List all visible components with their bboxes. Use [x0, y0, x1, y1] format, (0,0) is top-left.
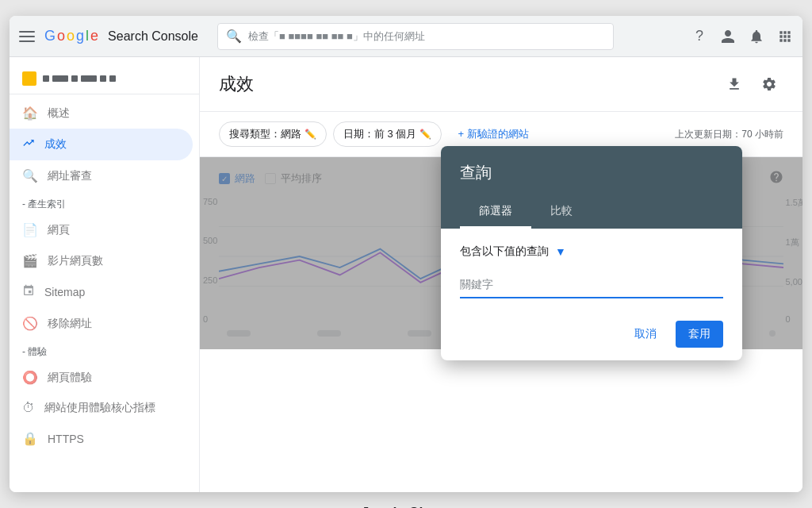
add-filter-button[interactable]: + 新驗證的網站 [448, 122, 538, 146]
sidebar-item-video-label: 影片網頁數 [48, 254, 103, 268]
section-index-label: - 產生索引 [10, 191, 199, 214]
sidebar-item-remove-url[interactable]: 🚫 移除網址 [10, 308, 199, 339]
download-icon[interactable] [720, 70, 749, 98]
help-icon[interactable]: ? [691, 29, 707, 44]
search-icon: 🔍 [226, 29, 242, 44]
sidebar-item-url-label: 網址審查 [48, 169, 92, 183]
apply-button[interactable]: 套用 [676, 321, 723, 348]
sidebar-item-https[interactable]: 🔒 HTTPS [10, 423, 199, 454]
sidebar-item-performance-label: 成效 [44, 137, 67, 152]
search-type-filter[interactable]: 搜尋類型：網路 ✏️ [219, 121, 327, 147]
search-type-label: 搜尋類型：網路 [229, 127, 301, 141]
add-filter-label: + 新驗證的網站 [458, 127, 528, 141]
pages-icon: 📄 [22, 222, 38, 237]
url-search-bar[interactable]: 🔍 檢查「■ ■■■■ ■■ ■■ ■」中的任何網址 [217, 23, 614, 50]
property-icon [22, 71, 36, 86]
tab-filter[interactable]: 篩選器 [460, 196, 531, 229]
filter-type-dropdown[interactable]: ▼ [555, 245, 566, 258]
date-edit-icon: ✏️ [419, 129, 431, 140]
sidebar-item-https-label: HTTPS [48, 433, 84, 445]
sidebar-item-overview-label: 概述 [48, 106, 70, 121]
content-area: 成效 搜尋類型：網路 ✏️ 日期：前 3 個月 [200, 57, 802, 492]
page-exp-icon: ⭕ [22, 370, 38, 385]
sidebar-item-performance[interactable]: 成效 [10, 129, 193, 160]
google-logo: Google [44, 28, 98, 44]
sidebar-item-page-exp-label: 網頁體驗 [48, 371, 92, 385]
cancel-button[interactable]: 取消 [622, 321, 669, 348]
apps-icon[interactable] [777, 29, 793, 44]
sidebar-item-sitemap-label: Sitemap [44, 286, 85, 298]
last-updated-label: 上次更新日期：70 小時前 [675, 128, 783, 141]
property-name [43, 75, 116, 82]
page-title: 成效 [219, 72, 254, 96]
core-vitals-icon: ⏱ [22, 401, 35, 415]
video-icon: 🎬 [22, 253, 38, 268]
settings-icon[interactable] [755, 70, 783, 98]
filter-type-row: 包含以下值的查詢 ▼ [460, 244, 723, 259]
performance-icon [22, 137, 35, 152]
date-filter-label: 日期：前 3 個月 [343, 127, 416, 141]
dialog-header: 查詢 篩選器 比較 [441, 146, 742, 229]
https-icon: 🔒 [22, 431, 38, 446]
section-experience-label: - 體驗 [10, 339, 199, 362]
sidebar-item-pages[interactable]: 📄 網頁 [10, 214, 199, 245]
sidebar-item-overview[interactable]: 🏠 概述 [10, 98, 199, 129]
content-header: 成效 [200, 57, 802, 112]
dialog-title: 查詢 [460, 162, 723, 183]
sidebar-item-core-vitals[interactable]: ⏱ 網站使用體驗核心指標 [10, 393, 199, 423]
property-selector[interactable] [10, 64, 199, 94]
sidebar: 🏠 概述 成效 🔍 網址審查 - 產生索引 📄 網頁 🎬 影片網頁數 [10, 57, 200, 492]
account-icon[interactable] [720, 29, 736, 44]
app-title: Search Console [108, 29, 198, 44]
sitemap-icon [22, 284, 35, 300]
dialog-tabs: 篩選器 比較 [460, 196, 723, 229]
search-placeholder-text: 檢查「■ ■■■■ ■■ ■■ ■」中的任何網址 [248, 29, 425, 44]
author-credit: Jessie Chang [347, 492, 465, 508]
sidebar-item-video[interactable]: 🎬 影片網頁數 [10, 245, 199, 276]
home-icon: 🏠 [22, 106, 38, 121]
notifications-icon[interactable] [749, 29, 764, 44]
hamburger-menu[interactable] [19, 31, 35, 42]
sidebar-item-page-experience[interactable]: ⭕ 網頁體驗 [10, 362, 199, 393]
dialog-actions: 取消 套用 [441, 314, 742, 360]
tab-compare[interactable]: 比較 [531, 196, 592, 229]
date-filter[interactable]: 日期：前 3 個月 ✏️ [333, 121, 442, 147]
sidebar-item-url-inspect[interactable]: 🔍 網址審查 [10, 160, 199, 191]
query-dialog: 查詢 篩選器 比較 包含以下值的查詢 [441, 146, 742, 360]
remove-url-icon: 🚫 [22, 316, 38, 331]
search-type-edit-icon: ✏️ [304, 129, 316, 140]
dialog-body: 包含以下值的查詢 ▼ [441, 229, 742, 314]
search-icon-sidebar: 🔍 [22, 168, 38, 183]
keyword-input[interactable] [460, 271, 723, 298]
sidebar-item-sitemap[interactable]: Sitemap [10, 276, 199, 308]
sidebar-item-remove-url-label: 移除網址 [48, 317, 92, 331]
sidebar-item-pages-label: 網頁 [48, 223, 70, 237]
sidebar-item-core-vitals-label: 網站使用體驗核心指標 [44, 401, 155, 415]
filter-type-text: 包含以下值的查詢 [460, 244, 549, 259]
